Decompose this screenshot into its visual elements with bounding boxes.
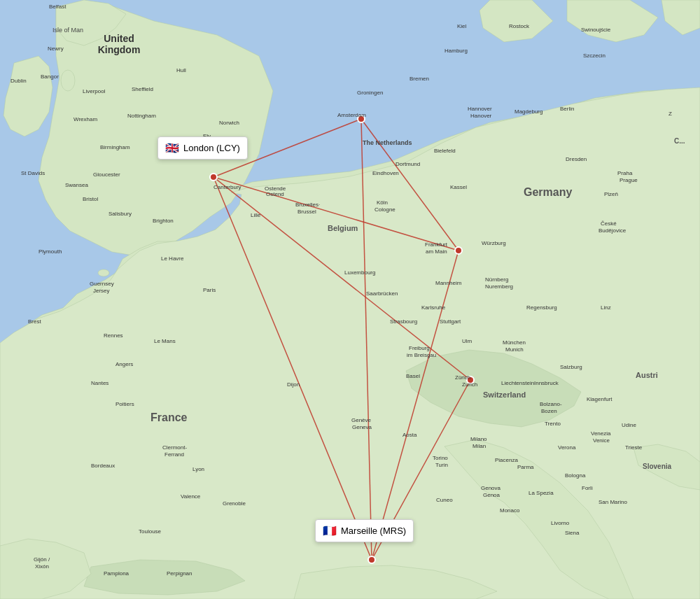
svg-text:Mannheim: Mannheim — [435, 280, 462, 286]
svg-text:Eindhoven: Eindhoven — [372, 170, 399, 176]
svg-text:Stuttgart: Stuttgart — [440, 318, 461, 325]
svg-text:Trieste: Trieste — [625, 444, 643, 451]
svg-text:Verona: Verona — [558, 444, 576, 451]
svg-text:Liechtenstein: Liechtenstein — [501, 380, 534, 386]
svg-text:France: France — [150, 411, 188, 423]
svg-text:Würzburg: Würzburg — [482, 240, 506, 246]
svg-text:United: United — [104, 33, 134, 44]
svg-point-14 — [455, 247, 462, 254]
svg-text:Salisbury: Salisbury — [108, 211, 132, 217]
marseille-flag: 🇫🇷 — [323, 524, 337, 537]
svg-text:Genova: Genova — [481, 485, 501, 491]
svg-text:Karlsruhe: Karlsruhe — [421, 304, 446, 311]
svg-text:Brest: Brest — [28, 318, 41, 325]
svg-text:Munich: Munich — [505, 346, 524, 353]
svg-text:Freiburg: Freiburg — [409, 345, 430, 351]
svg-text:Bielefeld: Bielefeld — [434, 148, 456, 154]
svg-text:München: München — [503, 339, 526, 346]
svg-text:Bozen: Bozen — [541, 408, 557, 414]
svg-text:Belgium: Belgium — [328, 224, 358, 232]
marseille-label: Marseille (MRS) — [341, 526, 406, 536]
svg-text:Clermont-: Clermont- — [162, 444, 187, 451]
svg-text:Saarbrücken: Saarbrücken — [366, 290, 398, 297]
svg-text:Isle of Man: Isle of Man — [52, 27, 83, 34]
svg-text:Klagenfurt: Klagenfurt — [587, 396, 612, 402]
svg-text:Rostock: Rostock — [509, 23, 530, 29]
svg-text:Newry: Newry — [48, 45, 64, 52]
svg-text:Bolzano-: Bolzano- — [540, 401, 562, 407]
svg-text:Groningen: Groningen — [357, 90, 383, 96]
svg-text:Forlì: Forlì — [582, 485, 593, 491]
svg-text:Nantes: Nantes — [91, 380, 108, 386]
svg-text:Magdeburg: Magdeburg — [514, 108, 542, 115]
svg-text:Norwich: Norwich — [219, 120, 239, 126]
svg-text:Dijon: Dijon — [287, 381, 300, 388]
svg-text:Siena: Siena — [565, 530, 580, 536]
svg-point-12 — [210, 174, 217, 181]
svg-text:Hanover: Hanover — [470, 113, 492, 119]
svg-text:Geneva: Geneva — [352, 424, 372, 430]
svg-point-16 — [368, 556, 375, 563]
svg-text:Basel: Basel — [406, 373, 420, 379]
svg-text:Brighton: Brighton — [153, 218, 174, 224]
svg-text:Toulouse: Toulouse — [139, 528, 162, 535]
svg-text:Lille: Lille — [251, 212, 261, 218]
svg-text:Pamplona: Pamplona — [104, 570, 130, 577]
svg-text:Dublin: Dublin — [10, 78, 27, 84]
svg-text:Rennes: Rennes — [104, 332, 123, 339]
svg-text:Switzerland: Switzerland — [483, 390, 526, 399]
svg-text:Aosta: Aosta — [402, 432, 417, 438]
svg-text:La Spezia: La Spezia — [528, 490, 554, 496]
map-svg: United Kingdom Isle of Man Belfast Newry… — [0, 0, 700, 599]
svg-text:České: České — [601, 220, 617, 227]
svg-text:Zürich: Zürich — [455, 374, 470, 381]
svg-text:The Netherlands: The Netherlands — [363, 139, 412, 146]
svg-text:Bristol: Bristol — [83, 196, 98, 202]
svg-text:Nuremberg: Nuremberg — [485, 283, 513, 290]
svg-text:Parma: Parma — [517, 464, 534, 470]
svg-text:Austri: Austri — [636, 371, 658, 379]
svg-text:Nottingham: Nottingham — [127, 113, 156, 119]
svg-text:Lyon: Lyon — [192, 466, 204, 472]
svg-text:Plzeň: Plzeň — [604, 191, 618, 197]
svg-text:Linz: Linz — [601, 304, 611, 311]
svg-text:Gijón /: Gijón / — [34, 556, 50, 563]
svg-text:Szczecin: Szczecin — [583, 52, 606, 59]
svg-text:Strasbourg: Strasbourg — [390, 318, 417, 325]
svg-text:Frankfurt: Frankfurt — [425, 241, 448, 248]
svg-text:Prague: Prague — [620, 177, 638, 183]
svg-text:Ulm: Ulm — [462, 338, 472, 344]
svg-text:Luxembourg: Luxembourg — [344, 269, 375, 276]
svg-text:Grenoble: Grenoble — [223, 500, 246, 507]
svg-text:Paris: Paris — [203, 287, 216, 293]
svg-text:Valence: Valence — [181, 493, 201, 500]
svg-text:Angers: Angers — [115, 361, 133, 367]
svg-text:Plymouth: Plymouth — [38, 248, 62, 255]
svg-text:Birmingham: Birmingham — [100, 144, 130, 150]
svg-text:Germany: Germany — [524, 186, 572, 198]
svg-text:Milano: Milano — [470, 436, 487, 442]
svg-text:Perpignan: Perpignan — [167, 570, 192, 577]
svg-text:Wrexham: Wrexham — [74, 116, 97, 122]
svg-text:Cologne: Cologne — [374, 206, 396, 213]
svg-text:Brussel: Brussel — [298, 209, 316, 215]
svg-text:am Main: am Main — [426, 248, 447, 255]
svg-text:Belfast: Belfast — [49, 3, 66, 10]
marseille-tooltip: 🇫🇷 Marseille (MRS) — [315, 519, 414, 542]
svg-text:Budějovice: Budějovice — [598, 227, 626, 234]
svg-text:Innsbruck: Innsbruck — [534, 380, 559, 386]
svg-point-2 — [98, 269, 109, 276]
svg-text:Ostend: Ostend — [266, 191, 284, 197]
svg-text:Le Mans: Le Mans — [154, 338, 176, 344]
svg-text:Slovenia: Slovenia — [643, 463, 672, 470]
svg-text:Bremen: Bremen — [410, 76, 429, 82]
svg-text:Cuneo: Cuneo — [436, 497, 453, 503]
svg-text:Jersey: Jersey — [93, 288, 110, 294]
svg-text:Udine: Udine — [622, 422, 636, 428]
svg-text:Dortmund: Dortmund — [396, 161, 420, 167]
svg-text:Praha: Praha — [617, 170, 633, 176]
svg-text:Bologna: Bologna — [565, 472, 586, 479]
svg-text:Bangor: Bangor — [41, 73, 59, 80]
svg-text:Ferrand: Ferrand — [164, 451, 184, 458]
svg-text:Venice: Venice — [593, 437, 610, 444]
